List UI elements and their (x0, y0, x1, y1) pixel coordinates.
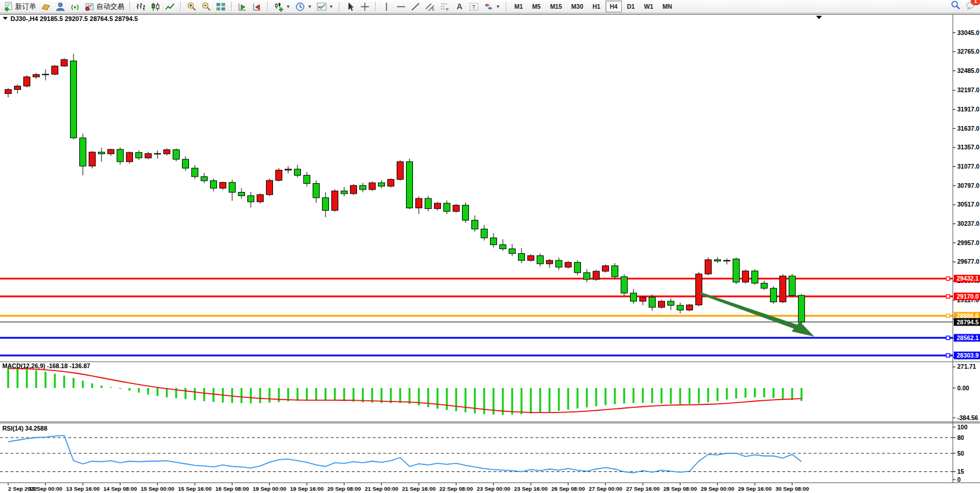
trendline-button[interactable] (409, 1, 422, 12)
svg-text:20 Sep 08:00: 20 Sep 08:00 (327, 485, 361, 492)
zoomout-icon (201, 2, 211, 12)
timeframe-button-h1[interactable]: H1 (589, 1, 604, 12)
crosshair-button[interactable] (358, 1, 372, 12)
svg-text:14 Sep 08:00: 14 Sep 08:00 (103, 485, 137, 492)
toolbar-separator (231, 2, 232, 11)
search-icon[interactable] (950, 0, 961, 13)
horizontal-line-button[interactable] (394, 1, 408, 12)
svg-text:28562.1: 28562.1 (957, 334, 979, 341)
timeframe-button-m30[interactable]: M30 (567, 1, 587, 12)
fibo-icon: F (440, 2, 450, 12)
new-order-button-label: 新订单 (15, 2, 36, 12)
svg-text:29 Sep 16:00: 29 Sep 16:00 (738, 485, 772, 492)
svg-text:29677.0: 29677.0 (957, 258, 979, 265)
zoom-out-button[interactable] (200, 1, 213, 12)
dropdown-arrow-icon[interactable]: ▼ (286, 4, 290, 9)
timeframe-button-mn[interactable]: MN (659, 1, 676, 12)
svg-text:28 Sep 08:00: 28 Sep 08:00 (663, 485, 697, 492)
dropdown-arrow-icon[interactable]: ▼ (496, 4, 501, 9)
svg-text:22 Sep 08:00: 22 Sep 08:00 (439, 485, 473, 492)
svg-text:13 Sep 16:00: 13 Sep 16:00 (66, 485, 100, 492)
svg-text:50: 50 (957, 450, 964, 457)
hline-icon (396, 2, 406, 12)
svg-text:31637.0: 31637.0 (957, 125, 979, 132)
svg-text:15: 15 (957, 468, 964, 475)
auto-trading-button[interactable]: 自动交易 (83, 1, 126, 12)
text-button[interactable]: A (453, 1, 466, 12)
svg-text:A: A (456, 2, 462, 11)
toolbar-group: 新订单自动交易 (0, 0, 128, 13)
cursor-button[interactable] (344, 1, 357, 12)
autotrade-icon (85, 2, 94, 12)
toolbar-separator (339, 2, 340, 11)
indicators-button[interactable]: ▼ (315, 1, 335, 12)
resistance-line-2-handle[interactable] (946, 295, 950, 298)
chart-forward-button[interactable] (236, 1, 249, 12)
toolbar-group (342, 0, 373, 13)
svg-text:19 Sep 16:00: 19 Sep 16:00 (290, 485, 324, 492)
vertical-line-button[interactable] (380, 1, 393, 12)
toolbar-group: EFAT▼ (378, 0, 504, 13)
dropdown-arrow-icon[interactable]: ▼ (329, 4, 334, 9)
resistance-line-1-handle[interactable] (946, 277, 950, 281)
person-icon (55, 2, 65, 12)
toolbar-group (132, 0, 178, 13)
channel-button[interactable]: E (424, 1, 437, 12)
timeframe-button-d1[interactable]: D1 (623, 1, 639, 12)
support-line-orange-handle[interactable] (946, 314, 950, 317)
svg-text:0.00: 0.00 (957, 384, 970, 391)
timeframe-button-m15[interactable]: M15 (546, 1, 566, 12)
zoom-in-button[interactable] (185, 1, 198, 12)
auto-trading-button-label: 自动交易 (96, 2, 124, 12)
textA-icon: A (454, 2, 464, 12)
timeframe-button-m1[interactable]: M1 (510, 1, 527, 12)
candlestick-chart-button[interactable] (149, 1, 162, 12)
svg-text:100: 100 (957, 424, 968, 431)
svg-text:32765.0: 32765.0 (957, 48, 979, 55)
timeframe-button-m5[interactable]: M5 (528, 1, 545, 12)
svg-text:15 Sep 00:00: 15 Sep 00:00 (141, 485, 174, 492)
chart-back-button[interactable] (250, 1, 264, 12)
community-button[interactable] (54, 1, 67, 12)
line-chart-button[interactable] (163, 1, 177, 12)
svg-text:29957.0: 29957.0 (957, 239, 979, 246)
bars-icon (136, 2, 146, 12)
chartup-icon (237, 2, 247, 12)
tiles-icon (216, 2, 226, 12)
periods-button[interactable]: ▼ (293, 1, 314, 12)
chartdown-icon (252, 2, 262, 12)
candles-icon (150, 2, 160, 12)
timeframe-button-h4[interactable]: H4 (606, 1, 621, 12)
svg-text:28303.9: 28303.9 (957, 352, 979, 359)
signals-button[interactable] (68, 1, 82, 12)
support-line-blue-1-handle[interactable] (946, 336, 950, 340)
arrows-icon (484, 2, 494, 12)
svg-text:F: F (446, 7, 449, 11)
toolbar-separator (180, 2, 181, 11)
svg-text:31917.0: 31917.0 (957, 106, 979, 113)
svg-text:28794.5: 28794.5 (957, 319, 979, 326)
chart-canvas[interactable]: 33045.032765.032485.032197.031917.031637… (0, 0, 980, 493)
toolbar-separator (130, 2, 131, 11)
svg-text:27 Sep 16:00: 27 Sep 16:00 (626, 485, 660, 492)
arrows-button[interactable]: ▼ (482, 1, 502, 12)
notifications-icon[interactable]: 1 (965, 0, 977, 13)
fibonacci-button[interactable]: F (438, 1, 452, 12)
timeframe-button-w1[interactable]: W1 (640, 1, 657, 12)
support-line-blue-2-handle[interactable] (946, 354, 950, 357)
gold-button[interactable] (39, 1, 52, 12)
tile-windows-button[interactable] (214, 1, 228, 12)
timeframe-group: M1M5M15M30H1H4D1W1MN (509, 0, 678, 13)
dropdown-arrow-icon[interactable]: ▼ (307, 4, 312, 9)
label-button[interactable]: T (467, 1, 481, 12)
svg-text:30797.0: 30797.0 (957, 182, 979, 189)
svg-text:19 Sep 00:00: 19 Sep 00:00 (253, 485, 286, 492)
svg-text:33045.0: 33045.0 (957, 29, 979, 36)
new-order-button[interactable]: 新订单 (2, 1, 38, 12)
svg-text:13 Sep 00:00: 13 Sep 00:00 (29, 485, 62, 492)
svg-text:31357.0: 31357.0 (957, 144, 979, 151)
bar-chart-button[interactable] (134, 1, 148, 12)
newchart-icon (274, 2, 284, 12)
toolbar-separator (506, 2, 507, 11)
new-chart-button[interactable]: ▼ (272, 1, 292, 12)
